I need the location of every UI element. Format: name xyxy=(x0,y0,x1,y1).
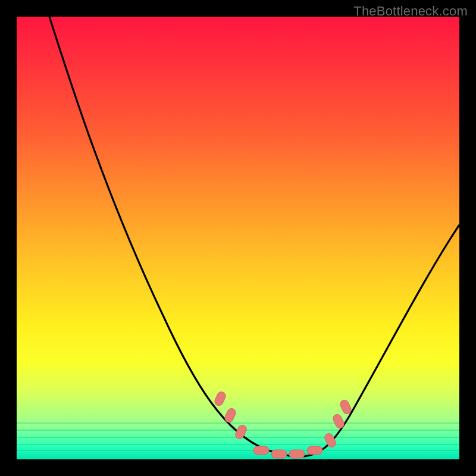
svg-rect-5 xyxy=(289,450,305,458)
curve-markers xyxy=(214,390,353,458)
svg-rect-0 xyxy=(214,390,227,407)
chart-svg xyxy=(17,17,459,459)
svg-rect-3 xyxy=(253,446,269,455)
svg-rect-4 xyxy=(271,450,287,458)
chart-plot-area xyxy=(17,17,459,459)
watermark-text: TheBottleneck.com xyxy=(353,4,468,19)
bottleneck-curve-right xyxy=(296,225,459,457)
bottleneck-curve-left xyxy=(49,17,302,457)
svg-rect-6 xyxy=(307,446,322,455)
